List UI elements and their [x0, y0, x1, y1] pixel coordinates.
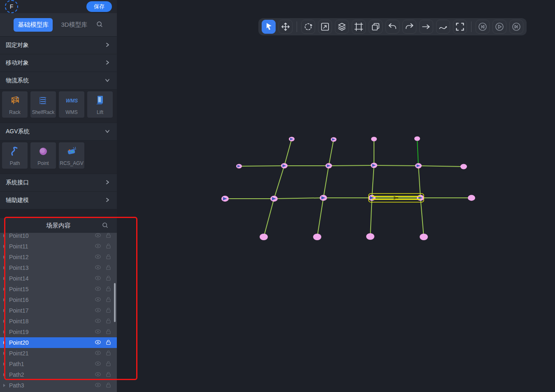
- viewport-3d[interactable]: [117, 0, 555, 392]
- tool-play-button[interactable]: [492, 20, 506, 34]
- scene-item-label: Path2: [9, 371, 95, 378]
- model-shelfrack[interactable]: ShelfRack: [30, 91, 56, 118]
- tool-export-button[interactable]: [318, 20, 332, 34]
- tool-select-button[interactable]: [262, 20, 276, 34]
- lock-icon[interactable]: [106, 275, 111, 282]
- tool-straight-path-button[interactable]: [419, 20, 433, 34]
- visibility-eye-icon[interactable]: [95, 275, 101, 282]
- tool-redo-button[interactable]: [402, 20, 416, 34]
- scene-list-scrollbar[interactable]: [114, 283, 116, 322]
- expander-icon[interactable]: [3, 277, 5, 280]
- model-path[interactable]: Path: [2, 142, 28, 169]
- lock-icon[interactable]: [106, 339, 111, 346]
- tool-undo-button[interactable]: [385, 20, 399, 34]
- lock-icon[interactable]: [106, 361, 111, 368]
- scene-search-button[interactable]: [102, 222, 109, 230]
- lock-icon[interactable]: [106, 233, 111, 239]
- scene-item-label: Point14: [9, 275, 95, 282]
- lock-icon[interactable]: [106, 382, 111, 389]
- lock-icon[interactable]: [106, 307, 111, 314]
- model-rack[interactable]: Rack: [2, 91, 28, 118]
- visibility-eye-icon[interactable]: [95, 297, 101, 303]
- visibility-eye-icon[interactable]: [95, 382, 101, 389]
- scene-item-point21[interactable]: Point21: [0, 348, 117, 359]
- model-point[interactable]: Point: [30, 142, 56, 169]
- tab-3d-model-library[interactable]: 3D模型库: [57, 18, 91, 32]
- tool-fullscreen-button[interactable]: [453, 20, 467, 34]
- tool-artboard-button[interactable]: [352, 20, 366, 34]
- visibility-eye-icon[interactable]: [95, 264, 101, 271]
- visibility-eye-icon[interactable]: [95, 361, 101, 367]
- lock-icon[interactable]: [106, 329, 111, 336]
- expander-icon[interactable]: [3, 255, 5, 259]
- visibility-eye-icon[interactable]: [95, 254, 101, 260]
- lift-icon: [94, 94, 106, 108]
- scene-item-point14[interactable]: Point14: [0, 273, 117, 284]
- model-rcs-agv[interactable]: RCS_AGV: [59, 142, 84, 169]
- scene-item-point20[interactable]: Point20: [0, 337, 117, 348]
- lock-icon[interactable]: [106, 371, 111, 378]
- scene-item-path2[interactable]: Path2: [0, 369, 117, 380]
- lock-icon[interactable]: [106, 264, 111, 271]
- save-button[interactable]: 保存: [86, 1, 112, 12]
- visibility-eye-icon[interactable]: [95, 307, 101, 314]
- expander-icon[interactable]: [3, 266, 5, 269]
- visibility-eye-icon[interactable]: [95, 329, 101, 335]
- lock-icon[interactable]: [106, 318, 111, 325]
- scene-item-point12[interactable]: Point12: [0, 252, 117, 262]
- tool-skip-back-button[interactable]: [476, 20, 490, 34]
- scene-item-point11[interactable]: Point11: [0, 241, 117, 252]
- visibility-eye-icon[interactable]: [95, 318, 101, 325]
- tool-move-button[interactable]: [279, 20, 293, 34]
- category-moving-objects[interactable]: 移动对象: [0, 54, 117, 72]
- lock-icon[interactable]: [106, 350, 111, 357]
- category-system-interface[interactable]: 系统接口: [0, 174, 117, 192]
- tool-skip-forward-button[interactable]: [509, 20, 523, 34]
- visibility-eye-icon[interactable]: [95, 243, 101, 250]
- expander-icon[interactable]: [3, 320, 5, 323]
- category-fixed-objects[interactable]: 固定对象: [0, 37, 117, 54]
- category-agv-system[interactable]: AGV系统: [0, 123, 117, 141]
- tool-rotate-button[interactable]: [301, 20, 315, 34]
- expander-icon[interactable]: [3, 341, 5, 344]
- visibility-eye-icon[interactable]: [95, 233, 101, 239]
- library-search-button[interactable]: [96, 21, 103, 29]
- tool-layers-button[interactable]: [335, 20, 349, 34]
- expander-icon[interactable]: [3, 298, 5, 302]
- scene-item-point16[interactable]: Point16: [0, 295, 117, 305]
- scene-item-path3[interactable]: Path3: [0, 380, 117, 391]
- lock-icon[interactable]: [106, 254, 111, 261]
- scene-item-point15[interactable]: Point15: [0, 284, 117, 295]
- expander-icon[interactable]: [3, 288, 5, 291]
- lock-icon[interactable]: [106, 286, 111, 293]
- lock-icon[interactable]: [106, 297, 111, 304]
- visibility-eye-icon[interactable]: [95, 371, 101, 378]
- lock-icon[interactable]: [106, 243, 111, 250]
- scene-item-path1[interactable]: Path1: [0, 359, 117, 369]
- visibility-eye-icon[interactable]: [95, 286, 101, 292]
- category-auxiliary-modeling[interactable]: 辅助建模: [0, 192, 117, 209]
- scene-item-point13[interactable]: Point13: [0, 262, 117, 273]
- model-lift[interactable]: Lift: [87, 91, 113, 118]
- tool-curve-path-button[interactable]: [436, 20, 450, 34]
- model-wms[interactable]: WMS WMS: [59, 91, 84, 118]
- scene-item-point10[interactable]: Point10: [0, 233, 117, 241]
- tab-basic-model-library[interactable]: 基础模型库: [14, 18, 53, 32]
- expander-icon[interactable]: [3, 330, 5, 334]
- tool-duplicate-button[interactable]: [369, 20, 383, 34]
- scene-item-point18[interactable]: Point18: [0, 316, 117, 327]
- visibility-eye-icon[interactable]: [95, 350, 101, 357]
- visibility-eye-icon[interactable]: [95, 339, 101, 346]
- category-logistics-system[interactable]: 物流系统: [0, 72, 117, 90]
- expander-icon[interactable]: [3, 352, 5, 355]
- expander-icon[interactable]: [3, 245, 5, 248]
- expander-icon[interactable]: [3, 362, 5, 366]
- agv-model-tiles: Path Point RCS_AGV: [0, 141, 117, 174]
- expander-icon[interactable]: [3, 373, 5, 376]
- app-logo: F: [5, 0, 18, 13]
- scene-item-point19[interactable]: Point19: [0, 327, 117, 337]
- scene-item-point17[interactable]: Point17: [0, 305, 117, 316]
- expander-icon[interactable]: [3, 309, 5, 312]
- expander-icon[interactable]: [3, 234, 5, 237]
- expander-icon[interactable]: [3, 384, 5, 387]
